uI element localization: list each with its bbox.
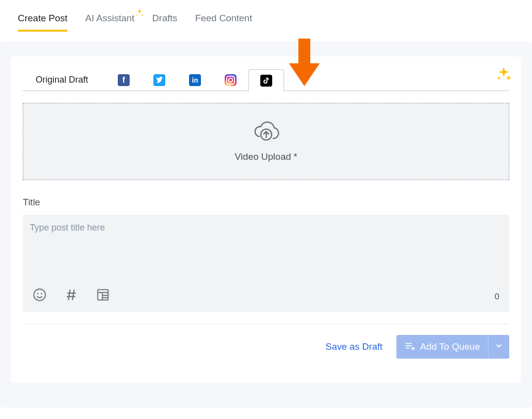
video-upload-dropzone[interactable]: Video Upload * (23, 103, 509, 180)
add-to-queue-button-group: Add To Queue (396, 335, 509, 359)
platform-tab-twitter[interactable] (142, 69, 177, 91)
divider (23, 324, 509, 324)
tab-feed-content[interactable]: Feed Content (195, 13, 252, 30)
sparkle-icon[interactable] (495, 66, 512, 85)
tab-label: Feed Content (195, 13, 252, 23)
platform-tab-original-draft[interactable]: Original Draft (23, 69, 106, 91)
top-tabs: Create Post AI Assistant Drafts Feed Con… (0, 0, 532, 32)
title-input[interactable] (30, 223, 502, 233)
tab-create-post[interactable]: Create Post (18, 13, 67, 32)
svg-rect-0 (298, 39, 310, 63)
platform-tab-instagram[interactable] (213, 69, 248, 91)
platform-tabs: Original Draft f in (23, 69, 509, 91)
facebook-icon: f (118, 74, 130, 86)
svg-marker-1 (289, 63, 320, 86)
tiktok-icon (260, 75, 272, 87)
add-to-queue-dropdown[interactable] (488, 335, 509, 359)
svg-line-11 (68, 290, 70, 300)
emoji-icon[interactable] (33, 288, 47, 304)
platform-tab-label: Original Draft (36, 75, 88, 85)
platform-tab-linkedin[interactable]: in (177, 69, 213, 91)
footer-actions: Save as Draft Add To Queue (23, 335, 509, 359)
save-draft-label: Save as Draft (326, 341, 383, 352)
page-background: Original Draft f in (0, 42, 532, 408)
arrow-down-annotation (289, 39, 320, 90)
tab-label: AI Assistant (85, 13, 134, 23)
platform-tab-tiktok[interactable] (248, 69, 284, 92)
instagram-icon (225, 74, 237, 86)
tab-drafts[interactable]: Drafts (152, 13, 178, 30)
linkedin-icon: in (189, 74, 201, 86)
editor-toolbar (33, 288, 110, 304)
tab-ai-assistant[interactable]: AI Assistant (85, 13, 134, 30)
svg-rect-13 (98, 290, 108, 300)
template-icon[interactable] (96, 288, 110, 304)
title-editor: 0 (23, 215, 509, 312)
svg-point-4 (233, 77, 234, 78)
svg-line-12 (72, 290, 74, 300)
compose-card: Original Draft f in (11, 56, 521, 383)
upload-label: Video Upload * (235, 151, 297, 162)
svg-point-3 (229, 78, 233, 82)
twitter-icon (153, 74, 165, 86)
cloud-upload-icon (252, 121, 280, 144)
chevron-down-icon (494, 341, 503, 352)
character-count: 0 (495, 292, 499, 302)
save-as-draft-link[interactable]: Save as Draft (326, 341, 383, 352)
add-to-queue-label: Add To Queue (420, 341, 480, 352)
playlist-add-icon (404, 340, 415, 354)
svg-point-8 (41, 293, 42, 294)
svg-point-7 (37, 293, 39, 294)
hashtag-icon[interactable] (64, 288, 78, 304)
platform-tab-facebook[interactable]: f (106, 69, 142, 91)
tab-label: Drafts (152, 13, 178, 23)
add-to-queue-button[interactable]: Add To Queue (396, 335, 488, 359)
svg-point-6 (34, 289, 45, 300)
sparkle-icon (135, 8, 145, 20)
title-label: Title (23, 197, 509, 208)
tab-label: Create Post (18, 13, 67, 23)
